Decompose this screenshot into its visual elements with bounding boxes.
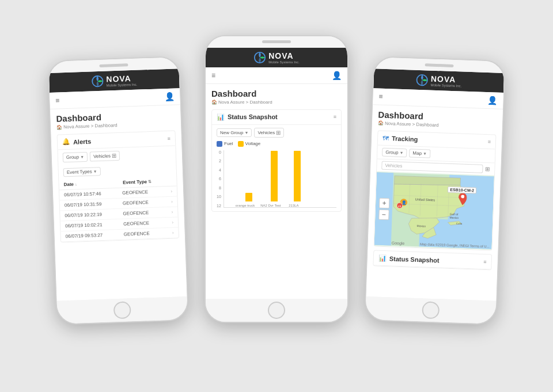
alerts-title: Alerts	[73, 138, 92, 145]
svg-text:Gulf of: Gulf of	[450, 212, 459, 216]
user-icon-left[interactable]: 👤	[164, 92, 175, 101]
screen-content-left: Dashboard 🏠 Nova Assure > Dashboard 🔔 Al…	[50, 105, 187, 301]
status-menu-icon-right[interactable]: ≡	[483, 258, 487, 264]
vehicles-filter-center[interactable]: Vehicles ⊞	[254, 128, 284, 138]
home-btn-left[interactable]	[113, 301, 131, 319]
row-arrow-5: ›	[172, 230, 174, 235]
row-arrow-1: ›	[171, 188, 172, 193]
vehicles-grid-icon-left: ⊞	[112, 153, 116, 159]
new-group-filter-select[interactable]: New Group ▼	[217, 128, 252, 137]
vehicles-grid-icon-right: ⊞	[485, 166, 490, 172]
legend-voltage: Voltage	[238, 141, 261, 147]
alerts-menu-icon[interactable]: ≡	[167, 135, 171, 141]
nova-logo-text-wrapper-center: NOVA Mobile Systems Inc.	[268, 51, 300, 64]
chart-legend-center: Fuel Voltage	[217, 141, 336, 147]
y-label-12: 12	[217, 204, 221, 208]
home-btn-right[interactable]	[422, 301, 440, 319]
screen-content-right: Dashboard 🏠 Nova Assure > Dashboard 🗺 Tr…	[366, 105, 503, 301]
bar-item-213la	[286, 151, 301, 201]
y-label-8: 8	[217, 186, 221, 190]
bar-group-orange-truck: orange truck	[236, 193, 255, 207]
phone-left: NOVA Mobile Systems Inc. ≡ 👤 Dashboard 🏠…	[47, 56, 189, 325]
vehicles-label-left: Vehicles	[93, 153, 111, 159]
map-container-right: United States Mexico Gulf of Mexico Cuba…	[374, 171, 494, 250]
svg-text:United States: United States	[415, 197, 435, 201]
status-title-center: Status Snapshot	[228, 113, 278, 120]
event-types-filter[interactable]: Event Types ▼	[63, 167, 101, 177]
map-icon-right: 🗺	[382, 134, 389, 141]
status-card-right: 📊 Status Snapshot ≡	[373, 250, 492, 270]
status-section-header-right: 📊 Status Snapshot ≡	[373, 250, 491, 269]
breadcrumb-home-right: 🏠	[378, 120, 384, 125]
row-arrow-4: ›	[172, 219, 173, 224]
vehicles-placeholder-right: Vehicles	[385, 162, 402, 168]
marker-label-text: ESB10-CM-2	[450, 187, 474, 192]
breadcrumb-home-center: 🏠	[211, 100, 217, 105]
google-badge: Google	[392, 241, 405, 245]
group-filter-label-left: Group	[66, 154, 79, 160]
col-header-date: Date ↓	[63, 180, 123, 187]
screen-right: NOVA Mobile Systems Inc. ≡ 👤 Dashboard 🏠…	[366, 68, 505, 301]
nova-logo-text-wrapper-right: NOVA Mobile Systems Inc.	[430, 74, 461, 87]
map-zoom-in-btn[interactable]: +	[379, 197, 390, 208]
nova-brand-name-left: NOVA	[106, 74, 131, 84]
col-header-event: Event Type ⇅	[123, 178, 172, 185]
page-title-center: Dashboard	[211, 89, 342, 98]
y-label-10: 10	[217, 195, 221, 199]
new-group-chevron: ▼	[244, 131, 248, 135]
user-icon-center[interactable]: 👤	[332, 71, 342, 80]
svg-text:49: 49	[398, 204, 402, 207]
bar-label-orange-truck: orange truck	[236, 204, 255, 207]
map-group-select[interactable]: Group ▼	[382, 147, 407, 157]
home-btn-center[interactable]	[268, 302, 285, 319]
bar-label-na2: NA2 Dvr Test	[260, 204, 281, 207]
row-event-2: GEOFENCE	[123, 199, 171, 205]
group-filter-left[interactable]: Group ▼	[63, 151, 88, 162]
phone-right: NOVA Mobile Systems Inc. ≡ 👤 Dashboard 🏠…	[364, 56, 506, 325]
hamburger-icon-center[interactable]: ≡	[211, 71, 215, 79]
bar-group-213la: 213LA	[286, 151, 301, 207]
row-date-5: 06/07/19 09:53:27	[66, 231, 124, 239]
bar-item-orange-truck	[238, 193, 252, 201]
new-group-filter-center: New Group ▼ Vehicles ⊞	[212, 125, 341, 138]
svg-text:Mexico: Mexico	[417, 224, 426, 228]
screen-left: NOVA Mobile Systems Inc. ≡ 👤 Dashboard 🏠…	[49, 68, 187, 301]
status-section-header-center: 📊 Status Snapshot ≡	[212, 110, 341, 125]
bar-group-na2: NA2 Dvr Test	[260, 151, 281, 207]
nova-logo-right: NOVA Mobile Systems Inc.	[415, 73, 461, 87]
row-event-3: GEOFENCE	[123, 209, 171, 216]
app-nav-center: ≡ 👤	[206, 67, 347, 84]
phone-bottom-bar-center	[206, 299, 347, 322]
svg-text:Mexico: Mexico	[449, 216, 459, 219]
tracking-menu-icon[interactable]: ≡	[488, 139, 491, 144]
status-menu-icon-center[interactable]: ≡	[334, 114, 336, 120]
vehicles-input-right[interactable]: Vehicles	[381, 161, 483, 173]
bar-label-213la: 213LA	[289, 204, 298, 207]
map-controls-right: + −	[378, 197, 389, 220]
hamburger-icon-right[interactable]: ≡	[378, 92, 382, 100]
map-type-chevron: ▼	[423, 151, 427, 155]
nova-logo-text-wrapper-left: NOVA Mobile Systems Inc.	[106, 73, 137, 87]
legend-fuel: Fuel	[217, 141, 233, 147]
speaker-center	[262, 40, 291, 43]
bar-voltage-orange-truck	[245, 193, 252, 201]
nova-logo-left: NOVA Mobile Systems Inc.	[91, 73, 137, 87]
bar-chart-icon-center: 📊	[217, 113, 225, 121]
row-date-2: 06/07/19 10:31:59	[65, 200, 123, 208]
vehicles-filter-left[interactable]: Vehicles ⊞	[90, 150, 120, 161]
nova-brand-name-right: NOVA	[431, 74, 456, 84]
event-types-label: Event Types	[67, 169, 92, 175]
hamburger-icon-left[interactable]: ≡	[55, 96, 59, 104]
alerts-card-left: 🔔 Alerts ≡ Group ▼ Vehicles ⊞	[57, 130, 179, 242]
map-type-select[interactable]: Map ▼	[409, 149, 430, 158]
breadcrumb-text-center: Nova Assure > Dashboard	[218, 100, 272, 105]
row-date-1: 06/07/19 10:57:46	[64, 190, 122, 197]
row-arrow-3: ›	[172, 209, 173, 214]
map-zoom-out-btn[interactable]: −	[378, 209, 389, 220]
user-icon-right[interactable]: 👤	[487, 96, 498, 105]
y-axis: 12 10 8 6 4 2 0	[217, 150, 221, 208]
tracking-title-row: 🗺 Tracking	[382, 134, 418, 142]
alerts-title-row: 🔔 Alerts	[62, 137, 92, 146]
nova-logo-icon-center	[253, 51, 266, 64]
status-title-row-center: 📊 Status Snapshot	[217, 113, 278, 121]
